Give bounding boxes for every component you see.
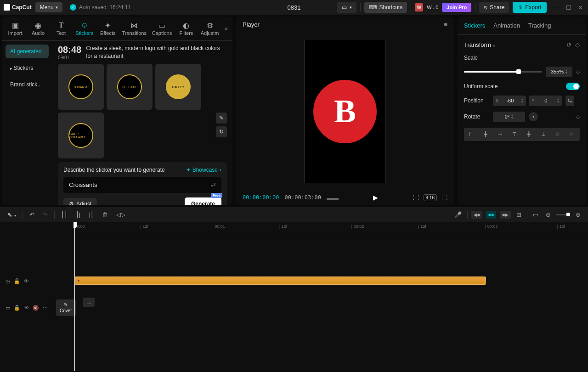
timeline-ruler[interactable]: |00:00| 12f| 00:01| 12f| 00:02| 12f| 00:… bbox=[74, 222, 588, 233]
keyframe-button[interactable]: ◇ bbox=[575, 41, 580, 48]
right-tab-tracking[interactable]: Tracking bbox=[528, 22, 551, 29]
tab-text[interactable]: TText bbox=[50, 19, 73, 38]
zoom-in-button[interactable]: ⊕ bbox=[574, 209, 582, 220]
generate-button[interactable]: Free Generate bbox=[185, 197, 221, 205]
scale-input[interactable]: 355% ▴▾ bbox=[546, 67, 572, 77]
zoom-out-button[interactable]: ⊖ bbox=[544, 209, 553, 220]
clock-icon[interactable]: ◷ bbox=[6, 278, 10, 284]
magnet-left[interactable]: ◀■ bbox=[471, 211, 482, 219]
prompt-input[interactable]: Croissants ⇄ bbox=[63, 177, 221, 193]
user-avatar[interactable]: W bbox=[415, 3, 423, 11]
align-bottom[interactable]: ⊥ bbox=[537, 129, 550, 140]
tab-import[interactable]: ▣Import bbox=[4, 19, 27, 38]
tab-adjustment[interactable]: ⚙Adjustm bbox=[198, 19, 221, 38]
add-media-button[interactable]: ▭ bbox=[83, 298, 95, 307]
scale-slider[interactable] bbox=[464, 71, 542, 73]
tab-captions[interactable]: ▭Captions bbox=[149, 19, 175, 38]
reset-button[interactable]: ↺ bbox=[566, 41, 571, 48]
sidebar-brand-stickers[interactable]: Brand stick... bbox=[6, 78, 49, 91]
split-button[interactable]: ⎮⎮ bbox=[59, 209, 69, 220]
align-center-h[interactable]: ╋ bbox=[480, 129, 492, 140]
cover-button[interactable]: ✎ Cover bbox=[56, 299, 76, 316]
position-link-button[interactable]: ⇆ bbox=[565, 96, 574, 106]
lock-icon[interactable]: 🔓 bbox=[14, 305, 20, 311]
close-button[interactable]: ✕ bbox=[578, 4, 584, 11]
scale-keyframe[interactable]: ◇ bbox=[576, 69, 580, 75]
aspect-badge[interactable]: 9:16 bbox=[424, 194, 437, 201]
position-y-input[interactable]: Y 0 ▴▾ bbox=[529, 96, 562, 106]
magnet-center[interactable]: ■■ bbox=[486, 211, 496, 219]
align-center-v[interactable]: ╋ bbox=[523, 129, 536, 140]
import-icon: ▣ bbox=[11, 21, 19, 29]
sticker-result-3[interactable]: BALLEY bbox=[155, 64, 201, 110]
regenerate-button[interactable]: ↻ bbox=[216, 126, 227, 137]
maximize-button[interactable]: ☐ bbox=[566, 4, 572, 11]
join-pro-button[interactable]: Join Pro bbox=[442, 3, 471, 12]
rotate-dial[interactable]: • bbox=[529, 112, 538, 121]
tabs-more-button[interactable]: » bbox=[222, 19, 231, 38]
edit-generation-button[interactable]: ✎ bbox=[216, 113, 227, 124]
edit-icon: ✎ bbox=[219, 115, 224, 121]
split-left-button[interactable]: ⎮[ bbox=[74, 209, 83, 220]
aspect-ratio-button[interactable]: ▭ ▾ bbox=[337, 2, 356, 13]
showcase-link[interactable]: ✦ Showcase › bbox=[186, 167, 221, 173]
sliders-icon: ⚙ bbox=[69, 201, 74, 205]
align-right[interactable]: ⊣ bbox=[494, 129, 507, 140]
delete-button[interactable]: 🗑 bbox=[100, 209, 110, 220]
player-menu-button[interactable]: ≡ bbox=[444, 21, 447, 28]
playhead[interactable] bbox=[74, 222, 75, 371]
stepper-icon[interactable]: ▴▾ bbox=[565, 69, 567, 75]
right-tab-animation[interactable]: Animation bbox=[493, 22, 520, 29]
sidebar-stickers[interactable]: Stickers bbox=[6, 61, 49, 75]
video-track[interactable]: ▭ bbox=[74, 297, 588, 308]
share-button[interactable]: ⎋ Share bbox=[479, 2, 509, 13]
tab-effects[interactable]: ✦Effects bbox=[96, 19, 119, 38]
adjust-button[interactable]: ⚙ Adjust bbox=[63, 198, 97, 205]
sticker-result-1[interactable]: TOBANTE bbox=[58, 64, 104, 110]
preview-sticker[interactable]: B bbox=[311, 77, 379, 146]
mirror-button[interactable]: ◁▷ bbox=[114, 209, 127, 220]
zoom-slider[interactable] bbox=[556, 214, 570, 215]
sticker-result-2[interactable]: COLEATIE bbox=[107, 64, 153, 110]
eye-icon[interactable]: 👁 bbox=[24, 305, 29, 310]
snap-button[interactable]: ⊟ bbox=[514, 209, 523, 220]
minimize-button[interactable]: — bbox=[554, 4, 560, 11]
play-button[interactable]: ▶ bbox=[373, 194, 378, 201]
sidebar-ai-generated[interactable]: AI generated bbox=[6, 45, 49, 58]
tab-filters[interactable]: ◐Filters bbox=[175, 19, 198, 38]
undo-button[interactable]: ↶ bbox=[28, 209, 36, 220]
selection-tool[interactable]: ⬉ ▾ bbox=[6, 209, 18, 220]
sticker-clip[interactable] bbox=[74, 276, 486, 285]
lock-icon[interactable]: 🔓 bbox=[14, 278, 20, 284]
tab-audio[interactable]: ◉Audio bbox=[27, 19, 50, 38]
video-icon[interactable]: ▭ bbox=[6, 305, 10, 311]
magnet-right[interactable]: ■▶ bbox=[500, 211, 511, 219]
player-viewport[interactable]: B bbox=[236, 33, 454, 190]
tab-stickers[interactable]: ☺Stickers bbox=[73, 19, 96, 38]
more-icon[interactable]: ⋯ bbox=[43, 305, 48, 311]
rotate-input[interactable]: 0° ▴▾ bbox=[493, 112, 525, 122]
project-title[interactable]: 0831 bbox=[288, 4, 301, 11]
compare-button[interactable]: ▬▬ bbox=[327, 194, 339, 201]
rotate-keyframe[interactable]: ◇ bbox=[576, 114, 580, 120]
uniform-scale-toggle[interactable] bbox=[566, 83, 580, 90]
menu-button[interactable]: Menu ▾ bbox=[35, 2, 62, 12]
right-tab-stickers[interactable]: Stickers bbox=[464, 22, 485, 29]
position-x-input[interactable]: X -60 ▴▾ bbox=[493, 96, 526, 106]
tab-transitions[interactable]: ⋈Transitions bbox=[119, 19, 149, 38]
export-button[interactable]: ⇪ Export bbox=[513, 2, 547, 13]
mute-icon[interactable]: 🔇 bbox=[33, 305, 39, 311]
sticker-track[interactable] bbox=[74, 276, 588, 287]
export-icon: ⇪ bbox=[518, 4, 523, 11]
split-right-button[interactable]: ]⎮ bbox=[87, 209, 96, 220]
align-top[interactable]: ⊤ bbox=[509, 129, 521, 140]
fullscreen-button[interactable]: ⛶ bbox=[441, 194, 447, 201]
shuffle-icon[interactable]: ⇄ bbox=[211, 181, 216, 188]
shortcuts-button[interactable]: ⌨ Shortcuts bbox=[364, 2, 407, 13]
align-left[interactable]: ⊢ bbox=[465, 129, 478, 140]
frame-capture-button[interactable]: ⛶ bbox=[413, 194, 419, 201]
eye-icon[interactable]: 👁 bbox=[24, 278, 29, 284]
sticker-result-4[interactable]: GURP COFLAVLE bbox=[58, 113, 104, 158]
mic-button[interactable]: 🎤 bbox=[452, 209, 464, 220]
preview-toggle[interactable]: ▭ bbox=[531, 209, 540, 220]
